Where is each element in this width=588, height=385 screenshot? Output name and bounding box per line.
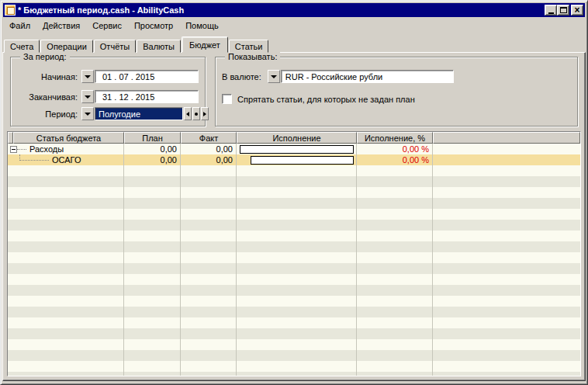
titlebar: * Бюджетный период.cash - AbilityCash × — [3, 3, 585, 17]
empty-row — [8, 372, 580, 376]
row-filler — [433, 144, 580, 154]
tree-line — [17, 149, 26, 150]
period-groupbox-legend: За период: — [20, 52, 70, 61]
show-groupbox: Показывать: В валюте: RUR - Российские р… — [215, 57, 578, 127]
dot-icon — [195, 113, 198, 116]
currency-label: В валюте: — [222, 72, 268, 82]
minimize-icon — [548, 12, 554, 14]
arrow-left-icon — [186, 112, 189, 116]
end-date-field[interactable]: 31 . 12 . 2015 — [95, 90, 199, 103]
app-icon[interactable] — [5, 5, 16, 16]
empty-row — [8, 165, 580, 176]
menu-item-view[interactable]: Просмотр — [128, 19, 179, 32]
tab-currencies[interactable]: Валюты — [137, 40, 181, 53]
start-date-field[interactable]: 01 . 07 . 2015 — [95, 70, 199, 83]
empty-row — [8, 252, 580, 263]
column-header-execution-pct[interactable]: Исполнение, % — [357, 132, 433, 144]
chevron-down-icon — [85, 95, 91, 99]
budget-table: Статья бюджета План Факт Исполнение Испо… — [7, 131, 581, 376]
start-date-label: Начиная: — [13, 72, 81, 82]
empty-row — [8, 274, 580, 285]
execution-percent: 0,00 % — [357, 154, 433, 165]
column-header-article[interactable]: Статья бюджета — [13, 132, 124, 144]
column-header-fact[interactable]: Факт — [181, 132, 237, 144]
show-groupbox-legend: Показывать: — [225, 52, 280, 61]
menu-item-help[interactable]: Помощь — [179, 19, 225, 32]
empty-row — [8, 176, 580, 187]
maximize-button[interactable] — [557, 5, 569, 16]
tab-budget[interactable]: Бюджет — [182, 36, 228, 53]
minimize-button[interactable] — [545, 5, 557, 16]
empty-row — [8, 317, 580, 328]
column-header-blank[interactable] — [8, 132, 13, 144]
tab-accounts[interactable]: Счета — [4, 40, 40, 53]
chevron-down-icon — [271, 75, 277, 78]
table-row[interactable]: ОСАГО 0,00 0,00 0,00 % — [8, 154, 580, 165]
fact-value: 0,00 — [181, 144, 237, 154]
execution-cell — [237, 154, 357, 165]
empty-row — [8, 231, 580, 241]
execution-percent: 0,00 % — [357, 144, 433, 154]
empty-row — [8, 361, 580, 372]
chevron-down-icon — [85, 75, 91, 78]
execution-cell — [237, 144, 357, 154]
minus-expander-icon — [12, 149, 16, 150]
column-header-plan[interactable]: План — [124, 132, 181, 144]
maximize-icon — [560, 7, 567, 13]
currency-row: В валюте: RUR - Российские рубли — [222, 70, 454, 83]
start-date-dropdown-button[interactable] — [81, 70, 94, 83]
tab-operations[interactable]: Операции — [40, 40, 92, 53]
end-date-dropdown-button[interactable] — [81, 90, 94, 103]
fact-value: 0,00 — [181, 154, 237, 165]
period-prev-button[interactable] — [184, 107, 192, 120]
end-date-label: Заканчивая: — [13, 92, 81, 102]
period-next-button[interactable] — [201, 107, 209, 120]
end-date-row: Заканчивая: 31 . 12 . 2015 — [13, 90, 199, 103]
table-row[interactable]: Расходы 0,00 0,00 0,00 % — [8, 144, 580, 154]
currency-field[interactable]: RUR - Российские рубли — [281, 70, 454, 83]
close-button[interactable]: × — [571, 5, 583, 16]
empty-row — [8, 307, 580, 317]
column-header-filler — [433, 132, 580, 144]
arrow-right-icon — [203, 112, 206, 116]
menu-item-service[interactable]: Сервис — [86, 19, 128, 32]
period-label: Период: — [13, 109, 81, 119]
close-icon: × — [574, 6, 579, 14]
progress-bar — [251, 156, 354, 165]
plan-value: 0,00 — [124, 154, 181, 165]
empty-row — [8, 328, 580, 339]
menu-item-actions[interactable]: Действия — [36, 19, 86, 32]
menu-item-file[interactable]: Файл — [3, 19, 36, 32]
period-groupbox: За период: Начиная: 01 . 07 . 2015 Закан… — [10, 57, 206, 127]
hide-articles-row: Спрятать статьи, для которых не задан пл… — [222, 92, 415, 106]
period-dropdown-button[interactable] — [81, 107, 94, 120]
article-name: Расходы — [26, 144, 64, 154]
window-controls: × — [545, 5, 583, 16]
empty-row — [8, 187, 580, 198]
empty-row — [8, 209, 580, 220]
empty-row — [8, 220, 580, 231]
chevron-down-icon — [85, 113, 91, 116]
currency-dropdown-button[interactable] — [268, 70, 280, 83]
tab-reports[interactable]: Отчёты — [94, 40, 136, 53]
empty-row — [8, 296, 580, 307]
table-header: Статья бюджета План Факт Исполнение Испо… — [8, 132, 580, 144]
progress-bar — [240, 145, 354, 154]
empty-row — [8, 285, 580, 296]
row-filler — [433, 154, 580, 165]
tab-articles[interactable]: Статьи — [229, 40, 269, 53]
tree-cell: ОСАГО — [8, 154, 124, 165]
empty-row — [8, 198, 580, 209]
column-header-execution[interactable]: Исполнение — [237, 132, 357, 144]
hide-articles-checkbox[interactable] — [222, 94, 232, 104]
tree-expander[interactable] — [10, 146, 17, 153]
table-body — [8, 165, 580, 376]
empty-row — [8, 350, 580, 361]
empty-row — [8, 241, 580, 252]
article-name: ОСАГО — [49, 155, 81, 165]
period-current-button[interactable] — [192, 107, 200, 120]
tree-cell: Расходы — [8, 144, 124, 154]
menubar: Файл Действия Сервис Просмотр Помощь — [3, 18, 585, 33]
empty-row — [8, 339, 580, 350]
period-field[interactable]: Полугодие — [95, 107, 183, 120]
